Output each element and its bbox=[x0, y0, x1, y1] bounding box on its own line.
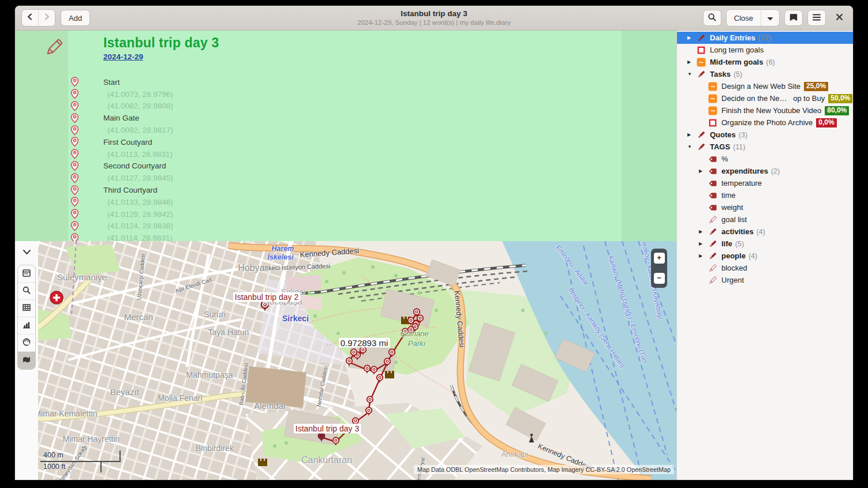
tree-item-activities[interactable]: ▶activities(4) bbox=[677, 226, 853, 238]
tree-item-label: Daily Entries bbox=[710, 33, 755, 42]
tree-item-label: activities bbox=[721, 227, 754, 236]
pencil-icon bbox=[697, 142, 706, 152]
tree-item-life[interactable]: ▶life(5) bbox=[677, 238, 853, 250]
expander-open-icon[interactable]: ▼ bbox=[686, 72, 697, 77]
tree-item-label: Tasks bbox=[710, 70, 731, 78]
svg-text:~: ~ bbox=[710, 107, 715, 114]
expander-closed-icon[interactable]: ▶ bbox=[686, 35, 697, 40]
tree-item-label: Decide on the Ne… op to Buy bbox=[721, 94, 825, 103]
tree-item-label: Mid-term goals bbox=[710, 58, 763, 66]
add-button[interactable]: Add bbox=[61, 10, 90, 26]
entry-row[interactable]: (41.0129, 28.9842) bbox=[68, 208, 622, 220]
tree-item-weight[interactable]: weight bbox=[677, 201, 853, 213]
tree-item-tasks[interactable]: ▼Tasks(5) bbox=[677, 68, 853, 80]
entry-coordinate: (41.0114, 28.9831) bbox=[107, 234, 173, 241]
nav-button-group bbox=[21, 9, 55, 27]
back-button[interactable] bbox=[22, 10, 38, 26]
map-pin-icon bbox=[70, 125, 80, 136]
entry-row[interactable]: (41.0133, 28.9846) bbox=[68, 196, 622, 208]
tree-item-decide-on-the-ne-op-to-buy[interactable]: ~Decide on the Ne… op to Buy50,0% bbox=[677, 92, 853, 104]
tree-item-tags[interactable]: ▼TAGS(11) bbox=[677, 141, 853, 153]
entry-row[interactable]: (41.0082, 28.9808) bbox=[68, 100, 622, 112]
chart-button[interactable] bbox=[18, 317, 35, 335]
window-close-button[interactable] bbox=[830, 10, 848, 26]
map-pin-icon bbox=[70, 173, 80, 183]
expander-closed-icon[interactable]: ▶ bbox=[698, 168, 708, 174]
tag-icon bbox=[708, 155, 717, 164]
close-dropdown-button[interactable] bbox=[761, 10, 779, 26]
entry-place-name: Start bbox=[103, 78, 120, 87]
entry-row[interactable]: Third Courtyard bbox=[68, 184, 622, 196]
tree-item-finish-the-new-youtube-video[interactable]: ~Finish the New Youtube Video80,0% bbox=[677, 104, 853, 117]
tree-item-time[interactable]: time bbox=[677, 189, 853, 201]
map-zoom-out-button[interactable]: − bbox=[654, 273, 665, 284]
calendar-button[interactable] bbox=[18, 265, 35, 283]
tree-item-people[interactable]: ▶people(4) bbox=[677, 250, 853, 262]
tree-item-organize-the-photo-archive[interactable]: Organize the Photo Archive0,0% bbox=[677, 117, 853, 129]
map-pin-icon bbox=[70, 137, 80, 147]
tree-item-label: Quotes bbox=[710, 130, 736, 139]
tree-item-urgent[interactable]: Urgent bbox=[677, 274, 853, 286]
search-map-button[interactable] bbox=[18, 283, 35, 300]
entry-row[interactable]: (41.0124, 28.9838) bbox=[68, 220, 622, 232]
entry-row[interactable]: Main Gate bbox=[68, 112, 622, 124]
pencil-outline-icon bbox=[708, 215, 717, 224]
entry-place-name: Second Courtyard bbox=[103, 162, 166, 170]
tree-item-daily-entries[interactable]: ▶Daily Entries(77) bbox=[677, 32, 853, 44]
entry-row[interactable]: Second Courtyard bbox=[68, 160, 622, 172]
palette-icon bbox=[22, 337, 31, 349]
map-collapse-button[interactable] bbox=[20, 247, 33, 257]
tree-item-idx-10[interactable]: % bbox=[677, 153, 853, 165]
map-icon bbox=[22, 355, 31, 366]
entry-row[interactable]: Start bbox=[68, 76, 622, 88]
tree-item-quotes[interactable]: ▶Quotes(3) bbox=[677, 129, 853, 141]
table-button[interactable] bbox=[18, 300, 35, 317]
tree-item-expenditures[interactable]: ▶expenditures(2) bbox=[677, 165, 853, 177]
expander-closed-icon[interactable]: ▶ bbox=[698, 229, 708, 234]
tag-icon bbox=[708, 191, 717, 200]
entry-editor[interactable]: Istanbul trip day 3 2024-12-29 Start(41.… bbox=[15, 31, 676, 241]
expander-closed-icon[interactable]: ▶ bbox=[686, 59, 697, 65]
svg-text:~: ~ bbox=[710, 95, 715, 102]
entry-row[interactable]: (41.0113, 28.9831) bbox=[68, 148, 622, 160]
entry-row[interactable]: (41.0092, 28.9817) bbox=[68, 124, 622, 136]
search-button[interactable] bbox=[703, 10, 721, 26]
theme-button[interactable] bbox=[18, 335, 35, 352]
tree-item-count: (5) bbox=[734, 70, 742, 78]
entry-row[interactable]: (41.0073, 28.9796) bbox=[68, 88, 622, 100]
map-attribution: Map Data ODBL OpenStreetMap Contributors… bbox=[414, 465, 674, 474]
map-zoom-in-button[interactable]: + bbox=[654, 253, 665, 264]
tree-item-count: (4) bbox=[757, 228, 765, 236]
entry-row[interactable]: First Coutyard bbox=[68, 136, 622, 148]
tree-item-mid-term-goals[interactable]: ▶~Mid-term goals(6) bbox=[677, 56, 853, 68]
progress-badge: 50,0% bbox=[828, 94, 852, 103]
map-pin-icon bbox=[70, 221, 80, 231]
forward-button[interactable] bbox=[38, 10, 55, 26]
map-canvas[interactable]: Kennedy CaddesiKennedy CaddesiKennedy Ca… bbox=[38, 241, 676, 480]
tree-item-goal-list[interactable]: goal list bbox=[677, 213, 853, 226]
map-button[interactable] bbox=[18, 352, 35, 369]
menu-button[interactable] bbox=[807, 10, 826, 26]
map-scale: 400 m 1000 ft bbox=[40, 451, 121, 472]
entry-date-link[interactable]: 2024-12-29 bbox=[103, 51, 143, 62]
close-icon bbox=[836, 13, 843, 23]
pencil-icon bbox=[708, 251, 717, 261]
bookmark-button[interactable] bbox=[784, 10, 803, 26]
tree-item-design-a-new-web-site[interactable]: ~Design a New Web Site25,0% bbox=[677, 80, 853, 92]
entry-row[interactable]: (41.0114, 28.9831) bbox=[68, 232, 622, 241]
entry-row[interactable]: (41.0127, 28.9845) bbox=[68, 172, 622, 184]
expander-open-icon[interactable]: ▼ bbox=[686, 144, 697, 149]
edit-pencil-icon bbox=[44, 35, 65, 62]
bookmark-icon bbox=[789, 13, 798, 24]
expander-closed-icon[interactable]: ▶ bbox=[686, 132, 697, 137]
editor-text-area[interactable]: Istanbul trip day 3 2024-12-29 Start(41.… bbox=[68, 31, 622, 241]
tree-item-long-term-goals[interactable]: Long term goals bbox=[677, 44, 853, 56]
expander-closed-icon[interactable]: ▶ bbox=[698, 241, 708, 246]
tree-item-label: blocked bbox=[721, 264, 747, 272]
pencil-icon bbox=[697, 130, 706, 140]
tree-item-temperature[interactable]: temperature bbox=[677, 177, 853, 189]
close-button[interactable]: Close bbox=[727, 10, 761, 26]
expander-closed-icon[interactable]: ▶ bbox=[698, 253, 708, 258]
chevron-down-icon bbox=[23, 247, 31, 257]
tree-item-blocked[interactable]: blocked bbox=[677, 262, 853, 274]
